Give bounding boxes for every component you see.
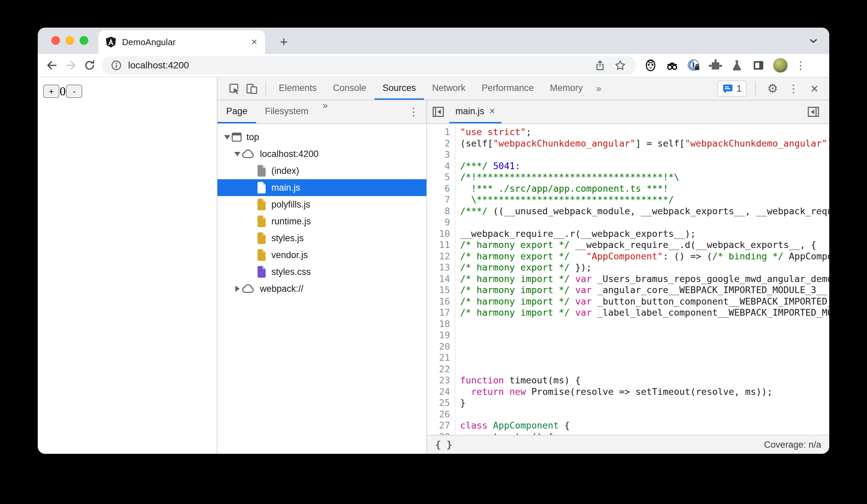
browser-toolbar: localhost:4200 bbox=[38, 54, 829, 77]
tree-item-main-js[interactable]: main.js bbox=[217, 179, 426, 196]
back-button[interactable] bbox=[42, 56, 61, 75]
doc-gray-icon bbox=[257, 165, 267, 177]
code-line: constructor() { bbox=[460, 431, 829, 435]
code-line: "use strict"; bbox=[460, 126, 829, 138]
sidebar-tab-page[interactable]: Page bbox=[217, 100, 256, 123]
browser-tab-title: DemoAngular bbox=[122, 37, 251, 47]
expanded-triangle-icon[interactable] bbox=[233, 152, 242, 156]
browser-tab[interactable]: DemoAngular ✕ bbox=[98, 30, 265, 54]
editor-tab-mainjs[interactable]: main.js ✕ bbox=[449, 100, 502, 123]
inspect-element-icon[interactable] bbox=[225, 80, 243, 97]
angular-favicon-icon bbox=[106, 37, 116, 47]
share-icon[interactable] bbox=[593, 58, 607, 73]
password-extension-icon[interactable] bbox=[687, 58, 701, 73]
tab-close-icon[interactable]: ✕ bbox=[251, 37, 258, 47]
devtools-panel-tabs: ElementsConsoleSourcesNetworkPerformance… bbox=[271, 77, 591, 100]
cloud-icon bbox=[242, 149, 255, 159]
tree-item-label: styles.css bbox=[271, 267, 311, 277]
code-line: /***/ ((__unused_webpack_module, __webpa… bbox=[460, 206, 829, 217]
sidebar-menu-icon[interactable]: ⋮ bbox=[408, 100, 426, 123]
new-tab-button[interactable]: + bbox=[274, 32, 294, 52]
code-line: /***/ 5041: bbox=[460, 160, 829, 172]
doc-yellow-icon bbox=[257, 249, 267, 261]
counter-widget: + 0 - bbox=[43, 84, 82, 98]
increment-button[interactable]: + bbox=[43, 85, 59, 98]
reload-button[interactable] bbox=[80, 56, 99, 75]
window-controls bbox=[51, 36, 88, 45]
doc-yellow-icon bbox=[257, 215, 267, 227]
editor-tab-close-icon[interactable]: ✕ bbox=[489, 107, 495, 116]
code-line bbox=[460, 318, 829, 330]
editor-tab-bar: main.js ✕ bbox=[427, 100, 829, 124]
tree-item-label: polyfills.js bbox=[271, 199, 310, 210]
doc-yellow-icon bbox=[257, 232, 267, 244]
editor: main.js ✕ 123456789101112131415161718192… bbox=[427, 100, 829, 454]
tree-item-label: (index) bbox=[271, 166, 299, 176]
sidebar-tabs: » ⋮ PageFilesystem bbox=[217, 100, 426, 124]
source-lines[interactable]: "use strict";(self["webpackChunkdemo_ang… bbox=[456, 124, 829, 435]
devtools-close-icon[interactable]: ✕ bbox=[806, 80, 823, 97]
code-line bbox=[460, 329, 829, 341]
tree-item-vendor-js[interactable]: vendor.js bbox=[217, 246, 426, 263]
zoom-window-button[interactable] bbox=[79, 36, 88, 45]
browser-window: DemoAngular ✕ + localhost:4200 bbox=[38, 28, 829, 454]
expanded-triangle-icon[interactable] bbox=[223, 135, 232, 140]
tree-item--index-[interactable]: (index) bbox=[217, 162, 426, 179]
bookmark-star-icon[interactable] bbox=[613, 58, 627, 73]
sidebar-tab-filesystem[interactable]: Filesystem bbox=[256, 100, 317, 123]
device-toolbar-icon[interactable] bbox=[243, 80, 260, 97]
cloud-icon bbox=[242, 284, 255, 294]
line-number-gutter[interactable]: 1234567891011121314151617181920212223242… bbox=[427, 124, 456, 435]
decrement-button[interactable]: - bbox=[66, 85, 82, 98]
code-line: (self["webpackChunkdemo_angular"] = self… bbox=[460, 138, 829, 149]
code-line: function timeout(ms) { bbox=[460, 375, 829, 386]
more-panels-chevron[interactable]: » bbox=[591, 84, 607, 94]
settings-gear-icon[interactable]: ⚙ bbox=[764, 80, 781, 97]
panel-tab-memory[interactable]: Memory bbox=[542, 77, 591, 100]
doc-white-icon bbox=[257, 182, 267, 194]
tree-item-localhost-4200[interactable]: localhost:4200 bbox=[217, 145, 426, 162]
code-line bbox=[460, 363, 829, 375]
panel-tab-performance[interactable]: Performance bbox=[474, 77, 542, 100]
tree-item-runtime-js[interactable]: runtime.js bbox=[217, 213, 426, 230]
code-line: /* harmony import */ var _angular_core__… bbox=[460, 284, 829, 296]
mask-extension-icon[interactable] bbox=[643, 58, 658, 73]
page-viewport: + 0 - bbox=[38, 77, 217, 454]
minimize-window-button[interactable] bbox=[65, 36, 74, 45]
more-sidebar-tabs-chevron[interactable]: » bbox=[317, 100, 333, 123]
code-line: /* harmony export */ "AppComponent": () … bbox=[460, 251, 829, 262]
url-text[interactable]: localhost:4200 bbox=[128, 60, 593, 71]
tree-item-styles-css[interactable]: styles.css bbox=[217, 263, 426, 280]
tree-item-webpack-[interactable]: webpack:// bbox=[217, 280, 426, 297]
hide-navigator-icon[interactable] bbox=[427, 100, 449, 123]
editor-status-bar: { } Coverage: n/a bbox=[427, 435, 829, 454]
site-info-icon[interactable] bbox=[110, 59, 122, 71]
extensions-puzzle-icon[interactable] bbox=[708, 58, 722, 73]
omnibox[interactable]: localhost:4200 bbox=[102, 56, 636, 75]
devtools-menu-icon[interactable]: ⋮ bbox=[785, 80, 802, 97]
tree-item-top[interactable]: top bbox=[217, 129, 426, 145]
show-debugger-sidebar-icon[interactable] bbox=[802, 106, 825, 118]
profile-avatar[interactable] bbox=[773, 58, 788, 73]
tree-item-label: styles.js bbox=[271, 233, 304, 244]
code-editor[interactable]: 1234567891011121314151617181920212223242… bbox=[427, 124, 829, 435]
issues-count: 1 bbox=[737, 84, 742, 94]
tree-item-styles-js[interactable]: styles.js bbox=[217, 230, 426, 246]
og-extension-icon[interactable] bbox=[665, 58, 679, 73]
tab-search-chevron-icon[interactable] bbox=[808, 35, 819, 46]
code-line bbox=[460, 341, 829, 352]
pretty-print-icon[interactable]: { } bbox=[435, 439, 452, 450]
forward-button[interactable] bbox=[61, 56, 80, 75]
panel-tab-sources[interactable]: Sources bbox=[375, 77, 424, 100]
code-line: /* harmony import */ var _label_label_co… bbox=[460, 307, 829, 318]
flask-extension-icon[interactable] bbox=[730, 58, 744, 73]
sidebar-extension-icon[interactable] bbox=[751, 58, 766, 73]
browser-menu-icon[interactable]: ⋮ bbox=[795, 60, 806, 71]
close-window-button[interactable] bbox=[51, 36, 60, 45]
issues-button[interactable]: 1 bbox=[717, 80, 747, 97]
collapsed-triangle-icon[interactable] bbox=[233, 286, 242, 292]
panel-tab-elements[interactable]: Elements bbox=[271, 77, 325, 100]
tree-item-polyfills-js[interactable]: polyfills.js bbox=[217, 196, 426, 213]
panel-tab-network[interactable]: Network bbox=[424, 77, 474, 100]
panel-tab-console[interactable]: Console bbox=[325, 77, 375, 100]
